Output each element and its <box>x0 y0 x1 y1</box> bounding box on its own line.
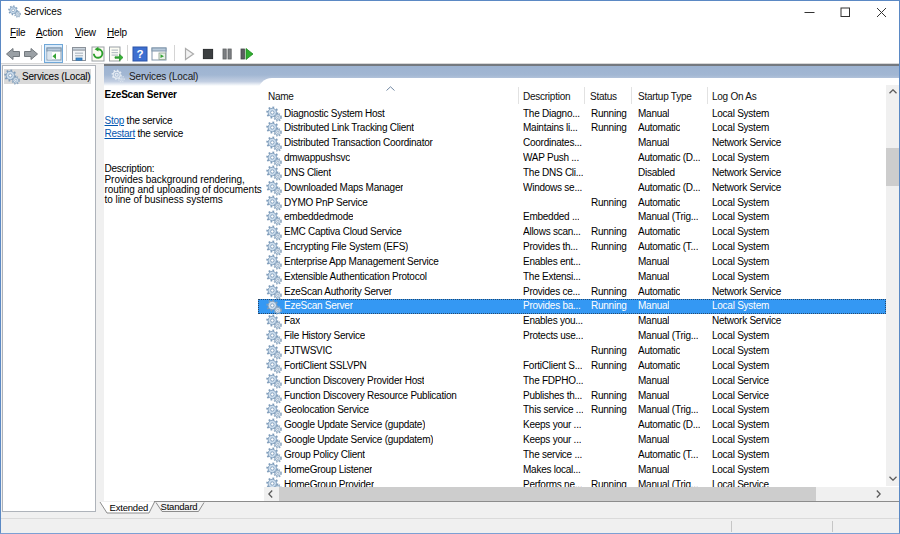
back-icon[interactable] <box>5 46 21 62</box>
cell-status: Running <box>591 286 627 297</box>
scroll-left-button[interactable] <box>264 487 278 501</box>
chevron-left-icon <box>268 490 273 498</box>
cell-startup-type: Manual <box>638 300 669 311</box>
cell-name: embeddedmode <box>284 211 353 222</box>
vertical-scrollbar[interactable] <box>886 85 899 486</box>
table-row[interactable]: FaxEnables you...ManualNetwork Service <box>258 314 886 329</box>
cell-log-on-as: Local System <box>712 122 769 133</box>
column-separator <box>584 87 585 104</box>
table-row[interactable]: HomeGroup ListenerMakes local...ManualLo… <box>258 462 886 477</box>
table-row[interactable]: Distributed Link Tracking ClientMaintain… <box>258 121 886 136</box>
cell-startup-type: Automatic (D... <box>638 419 700 430</box>
refresh-icon[interactable] <box>90 46 106 62</box>
column-header-log-on-as[interactable]: Log On As <box>712 91 756 102</box>
cell-log-on-as: Local System <box>712 345 769 356</box>
cell-log-on-as: Network Service <box>712 315 781 326</box>
cell-startup-type: Manual <box>638 375 669 386</box>
horizontal-scrollbar[interactable] <box>264 487 886 501</box>
cell-name: Distributed Transaction Coordinator <box>284 137 433 148</box>
column-header-startup-type[interactable]: Startup Type <box>638 91 692 102</box>
table-row[interactable]: embeddedmodeEmbedded ...Manual (Trig...L… <box>258 210 886 225</box>
help-icon[interactable]: ? <box>132 46 148 62</box>
menu-action[interactable]: Action <box>36 27 63 38</box>
export-list-icon[interactable] <box>108 46 124 62</box>
table-row[interactable]: Downloaded Maps ManagerWindows se...Auto… <box>258 180 886 195</box>
close-button[interactable] <box>863 1 899 23</box>
table-row[interactable]: FortiClient SSLVPNFortiClient S...Runnin… <box>258 358 886 373</box>
table-row[interactable]: Function Discovery Provider HostThe FDPH… <box>258 373 886 388</box>
pause-service-icon[interactable] <box>219 46 235 62</box>
scroll-up-button[interactable] <box>886 85 899 99</box>
table-row[interactable]: EzeScan Authority ServerProvides ce...Ru… <box>258 284 886 299</box>
show-hide-console-tree-icon[interactable] <box>46 46 62 62</box>
tree-item-services-local[interactable]: Services (Local) <box>4 69 91 84</box>
table-row[interactable]: Google Update Service (gupdate)Keeps you… <box>258 418 886 433</box>
service-gear-icon <box>266 299 282 315</box>
table-row[interactable]: Enterprise App Management ServiceEnables… <box>258 254 886 269</box>
stop-service-icon[interactable] <box>200 46 216 62</box>
scroll-right-button[interactable] <box>872 487 886 501</box>
table-row[interactable]: EMC Captiva Cloud ServiceAllows scan...R… <box>258 225 886 240</box>
menu-view[interactable]: View <box>75 27 96 38</box>
cell-description: Embedded ... <box>523 211 579 222</box>
column-header-name[interactable]: Name <box>268 91 294 102</box>
cell-log-on-as: Local System <box>712 464 769 475</box>
table-row[interactable]: Extensible Authentication ProtocolThe Ex… <box>258 269 886 284</box>
minimize-button[interactable] <box>791 1 827 23</box>
column-header-description[interactable]: Description <box>523 91 570 102</box>
services-window: Services File Action View Help <box>0 0 900 534</box>
minimize-icon <box>804 7 815 18</box>
cell-log-on-as: Local System <box>712 211 769 222</box>
service-gear-icon <box>266 121 282 137</box>
table-row[interactable]: Encrypting File System (EFS)Provides th.… <box>258 240 886 255</box>
table-row[interactable]: Diagnostic System HostThe Diagno...Runni… <box>258 106 886 121</box>
service-gear-icon <box>266 165 282 181</box>
service-description: Provides background rendering,routing an… <box>105 175 262 205</box>
maximize-icon <box>840 7 851 18</box>
restart-service-link[interactable]: Restart <box>105 128 135 139</box>
service-gear-icon <box>266 195 282 211</box>
table-row[interactable]: Google Update Service (gupdatem)Keeps yo… <box>258 433 886 448</box>
stop-service-link[interactable]: Stop <box>105 115 125 126</box>
band-services-icon <box>111 69 125 83</box>
cell-status: Running <box>591 108 627 119</box>
menu-file[interactable]: File <box>10 27 26 38</box>
table-row[interactable]: Function Discovery Resource PublicationP… <box>258 388 886 403</box>
show-hide-action-pane-icon[interactable] <box>151 46 167 62</box>
table-row[interactable]: Group Policy ClientThe service ...Automa… <box>258 447 886 462</box>
table-row[interactable]: dmwappushsvcWAP Push ...Automatic (D...L… <box>258 151 886 166</box>
cell-name: Downloaded Maps Manager <box>284 182 403 193</box>
cell-name: Extensible Authentication Protocol <box>284 271 427 282</box>
forward-icon[interactable] <box>23 46 39 62</box>
service-gear-icon <box>266 344 282 360</box>
table-row[interactable]: FJTWSVICRunningAutomaticLocal System <box>258 344 886 359</box>
vertical-scroll-thumb[interactable] <box>886 148 899 186</box>
table-row[interactable]: DNS ClientThe DNS Cli...DisabledNetwork … <box>258 165 886 180</box>
maximize-button[interactable] <box>827 1 863 23</box>
cell-description: FortiClient S... <box>523 360 582 371</box>
properties-icon[interactable] <box>71 46 87 62</box>
cell-description: The DNS Cli... <box>523 167 583 178</box>
cell-name: DNS Client <box>284 167 331 178</box>
service-gear-icon <box>266 254 282 270</box>
cell-log-on-as: Local Service <box>712 479 769 487</box>
cell-name: HomeGroup Listener <box>284 464 372 475</box>
table-row[interactable]: Geolocation ServiceThis service ...Runni… <box>258 403 886 418</box>
horizontal-scroll-thumb[interactable] <box>279 487 816 501</box>
service-gear-icon <box>266 388 282 404</box>
table-row[interactable]: EzeScan ServerProvides ba...RunningManua… <box>258 299 886 314</box>
cell-name: HomeGroup Provider <box>284 479 374 487</box>
view-tabs: Extended Standard <box>96 499 226 517</box>
service-gear-icon <box>266 418 282 434</box>
table-row[interactable]: HomeGroup ProviderPerforms ne...RunningM… <box>258 477 886 487</box>
service-gear-icon <box>266 462 282 478</box>
menu-help[interactable]: Help <box>107 27 127 38</box>
scroll-down-button[interactable] <box>886 472 899 486</box>
restart-service-icon[interactable] <box>238 46 254 62</box>
restart-service-line: Restart the service <box>105 128 184 139</box>
table-row[interactable]: File History ServiceProtects use...Manua… <box>258 329 886 344</box>
column-header-status[interactable]: Status <box>590 91 617 102</box>
table-row[interactable]: DYMO PnP ServiceRunningAutomaticLocal Sy… <box>258 195 886 210</box>
table-row[interactable]: Distributed Transaction CoordinatorCoord… <box>258 136 886 151</box>
service-gear-icon <box>266 210 282 226</box>
